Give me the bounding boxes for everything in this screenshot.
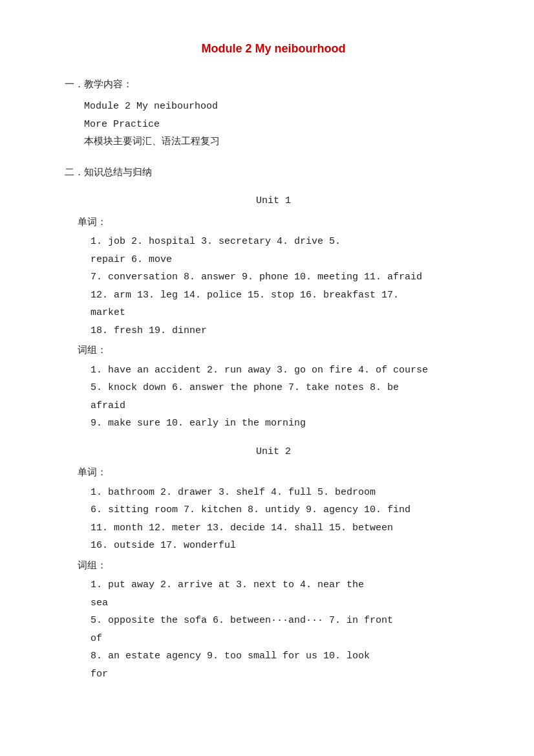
unit1-vocab-line4: 12. arm 13. leg 14. police 15. stop 16. …	[91, 287, 482, 304]
unit1-vocab-line5: market	[91, 305, 482, 321]
unit2-phrase-line1: 1. put away 2. arrive at 3. next to 4. n…	[91, 577, 482, 594]
unit2-vocab-line3: 11. month 12. meter 13. decide 14. shall…	[91, 520, 482, 537]
unit1-vocab-lines: 1. job 2. hospital 3. secretary 4. drive…	[91, 233, 482, 339]
unit1-phrase-line1: 1. have an accident 2. run away 3. go on…	[91, 362, 482, 379]
section1-heading: 一．教学内容：	[65, 77, 482, 94]
unit2-vocab-line2: 6. sitting room 7. kitchen 8. untidy 9. …	[91, 502, 482, 519]
section1-content: Module 2 My neibourhood More Practice 本模…	[84, 98, 482, 151]
unit1-vocab-line3: 7. conversation 8. answer 9. phone 10. m…	[91, 269, 482, 286]
unit1-vocab-heading: 单词：	[78, 215, 482, 232]
unit2-vocab-line1: 1. bathroom 2. drawer 3. shelf 4. full 5…	[91, 484, 482, 501]
unit2-phrase-lines: 1. put away 2. arrive at 3. next to 4. n…	[91, 577, 482, 682]
unit2-heading: Unit 2	[65, 444, 482, 460]
unit1-vocab-block: 单词： 1. job 2. hospital 3. secretary 4. d…	[71, 215, 482, 432]
unit1-phrase-line4: 9. make sure 10. early in the morning	[91, 415, 482, 432]
unit1-phrase-lines: 1. have an accident 2. run away 3. go on…	[91, 362, 482, 432]
section2-heading: 二．知识总结与归纳	[65, 165, 482, 182]
unit1-vocab-line6: 18. fresh 19. dinner	[91, 323, 482, 340]
unit1-heading: Unit 1	[65, 193, 482, 210]
unit2-phrase-heading: 词组：	[78, 558, 482, 575]
unit1-phrase-line3: afraid	[91, 398, 482, 415]
unit2-vocab-lines: 1. bathroom 2. drawer 3. shelf 4. full 5…	[91, 484, 482, 554]
unit2-vocab-block: 单词： 1. bathroom 2. drawer 3. shelf 4. fu…	[71, 465, 482, 682]
section1-line3: 本模块主要词汇、语法工程复习	[84, 134, 482, 151]
section1-line2: More Practice	[84, 116, 482, 133]
unit1-vocab-line2: repair 6. move	[91, 252, 482, 268]
unit2-phrase-line6: for	[91, 666, 482, 683]
unit2-phrase-line3: 5. opposite the sofa 6. between···and···…	[91, 612, 482, 629]
unit2-phrase-line5: 8. an estate agency 9. too small for us …	[91, 648, 482, 665]
unit2-vocab-heading: 单词：	[78, 465, 482, 482]
unit1-vocab-line1: 1. job 2. hospital 3. secretary 4. drive…	[91, 233, 482, 250]
unit2-phrase-line2: sea	[91, 595, 482, 612]
section1-line1: Module 2 My neibourhood	[84, 98, 482, 115]
unit2-vocab-line4: 16. outside 17. wonderful	[91, 537, 482, 554]
unit2-phrase-line4: of	[91, 631, 482, 647]
unit1-phrase-line2: 5. knock down 6. answer the phone 7. tak…	[91, 380, 482, 396]
unit1-phrase-heading: 词组：	[78, 343, 482, 360]
section1: 一．教学内容： Module 2 My neibourhood More Pra…	[65, 77, 482, 151]
section2: 二．知识总结与归纳 Unit 1 单词： 1. job 2. hospital …	[65, 165, 482, 683]
page-title: Module 2 My neibourhood	[65, 39, 482, 59]
